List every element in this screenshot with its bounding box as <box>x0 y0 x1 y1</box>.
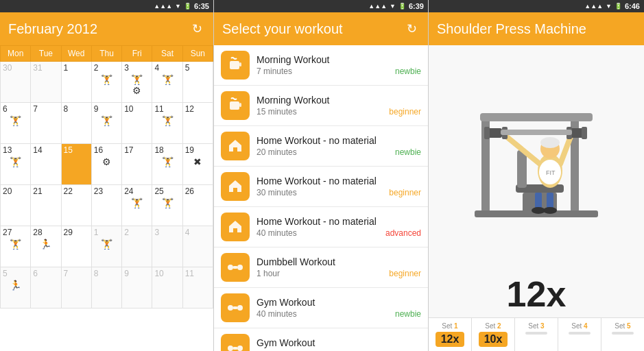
calendar-day-cell[interactable]: 31 <box>31 62 61 103</box>
calendar-day-cell[interactable]: 3 <box>152 226 182 267</box>
calendar-workout-icon: ⚙ <box>94 156 119 167</box>
calendar-workout-icon: 🏋 <box>154 197 180 208</box>
calendar-workout-icon: 🏃 <box>3 280 28 291</box>
svg-point-5 <box>237 265 243 270</box>
calendar-panel: ▲▲▲ ▼ 🔋 6:35 February 2012 ↻ MonTueWedTh… <box>0 0 214 351</box>
calendar-day-cell[interactable]: 9🏋 <box>91 103 121 144</box>
svg-text:FIT: FIT <box>546 169 556 176</box>
calendar-day-cell[interactable]: 25🏋 <box>152 185 182 226</box>
calendar-day-cell[interactable]: 29 <box>61 226 91 267</box>
workout-item-info: Home Workout - no material30 minutesbegi… <box>257 176 421 197</box>
calendar-day-number: 2 <box>124 228 150 237</box>
workout-list-item[interactable]: Home Workout - no material40 minutesadva… <box>214 207 428 247</box>
workout-refresh-icon[interactable]: ↻ <box>403 21 420 37</box>
calendar-day-cell[interactable]: 14 <box>31 144 61 185</box>
calendar-day-cell[interactable]: 10 <box>152 267 182 308</box>
workout-list-item[interactable]: Home Workout - no material30 minutesbegi… <box>214 167 428 207</box>
calendar-weekday-thu: Thu <box>91 46 121 62</box>
wifi-icon-2: ▼ <box>390 3 396 10</box>
calendar-day-cell[interactable]: 2🏋 <box>91 62 121 103</box>
calendar-workout-icon: 🏋 <box>3 156 28 167</box>
set-cell[interactable]: Set 210x <box>472 318 515 351</box>
workout-list-item[interactable]: Morning Workout15 minutesbeginner <box>214 86 428 126</box>
calendar-day-cell[interactable]: 9 <box>122 267 152 308</box>
calendar-day-cell[interactable]: 30 <box>1 62 31 103</box>
calendar-day-cell[interactable]: 22 <box>61 185 91 226</box>
workout-list-item[interactable]: Dumbbell Workout1 hourbeginner <box>214 247 428 288</box>
signal-icon-1: ▲▲▲ <box>154 3 172 10</box>
workout-item-name: Morning Workout <box>257 54 421 65</box>
calendar-workout-icon: 🏋 <box>3 115 28 126</box>
calendar-day-number: 30 <box>3 63 28 73</box>
workout-list-item[interactable]: Morning Workout7 minutesnewbie <box>214 45 428 86</box>
signal-icon-2: ▲▲▲ <box>368 3 387 10</box>
set-cell[interactable]: Set 4 <box>558 318 601 351</box>
calendar-day-cell[interactable]: 12 <box>182 103 213 144</box>
calendar-day-number: 14 <box>33 145 58 155</box>
calendar-day-cell[interactable]: 13🏋 <box>1 144 31 185</box>
calendar-day-cell[interactable]: 1 <box>61 62 91 103</box>
set-value: 12x <box>436 332 465 347</box>
calendar-day-cell[interactable]: 17 <box>122 144 152 185</box>
calendar-workout-icon: 🏋 <box>94 239 119 250</box>
set-cell[interactable]: Set 3 <box>515 318 558 351</box>
calendar-day-cell[interactable]: 5🏃 <box>1 267 31 308</box>
calendar-day-cell[interactable]: 4🏋 <box>152 62 182 103</box>
calendar-day-cell[interactable]: 11 <box>182 267 213 308</box>
calendar-day-cell[interactable]: 10 <box>122 103 152 144</box>
calendar-day-cell[interactable]: 4 <box>182 226 213 267</box>
calendar-day-number: 4 <box>154 63 180 73</box>
workout-item-duration: 40 minutes <box>257 228 297 238</box>
calendar-day-cell[interactable]: 6🏋 <box>1 103 31 144</box>
calendar-day-cell[interactable]: 18🏋 <box>152 144 182 185</box>
calendar-day-cell[interactable]: 20 <box>1 185 31 226</box>
workout-item-name: Gym Workout <box>257 337 421 348</box>
svg-rect-30 <box>501 130 572 135</box>
calendar-day-number: 27 <box>3 228 28 237</box>
set-cell[interactable]: Set 5 <box>601 318 644 351</box>
calendar-day-cell[interactable]: 11🏋 <box>152 103 182 144</box>
svg-point-11 <box>237 346 243 351</box>
set-label: Set 4 <box>571 322 587 330</box>
calendar-day-cell[interactable]: 24🏋 <box>122 185 152 226</box>
calendar-week-row: 13🏋141516⚙1718🏋19✖ <box>1 144 213 185</box>
calendar-day-cell[interactable]: 15 <box>61 144 91 185</box>
calendar-day-cell[interactable]: 26 <box>182 185 213 226</box>
workout-list-item[interactable]: Home Workout - no material20 minutesnewb… <box>214 126 428 167</box>
workout-item-icon <box>221 132 250 160</box>
calendar-day-cell[interactable]: 1🏋 <box>91 226 121 267</box>
calendar-day-number: 1 <box>94 228 119 237</box>
calendar-day-cell[interactable]: 16⚙ <box>91 144 121 185</box>
set-label: Set 3 <box>528 322 544 330</box>
calendar-weekday-sat: Sat <box>152 46 182 62</box>
calendar-day-number: 11 <box>185 269 211 278</box>
calendar-week-row: 303112🏋3🏋⚙4🏋5 <box>1 62 213 103</box>
calendar-day-cell[interactable]: 28🏃 <box>31 226 61 267</box>
calendar-header-row: MonTueWedThuFriSatSun <box>1 46 213 62</box>
calendar-day-cell[interactable]: 3🏋⚙ <box>122 62 152 103</box>
calendar-day-cell[interactable]: 19✖ <box>182 144 213 185</box>
calendar-day-cell[interactable]: 2 <box>122 226 152 267</box>
calendar-day-cell[interactable]: 7 <box>31 103 61 144</box>
calendar-day-cell[interactable]: 23 <box>91 185 121 226</box>
set-cell[interactable]: Set 112x <box>429 318 472 351</box>
calendar-day-number: 8 <box>64 104 89 114</box>
workout-item-meta: 1 hourbeginner <box>257 269 421 278</box>
calendar-day-cell[interactable]: 27🏋 <box>1 226 31 267</box>
calendar-day-cell[interactable]: 8 <box>91 267 121 308</box>
workout-item-level: newbie <box>395 147 421 157</box>
workout-item-level: newbie <box>395 309 421 319</box>
calendar-day-cell[interactable]: 5 <box>182 62 213 103</box>
workout-list-item[interactable]: Gym Workout40 minutesnewbie <box>214 288 428 328</box>
calendar-refresh-icon[interactable]: ↻ <box>189 21 205 37</box>
workout-item-duration: 1 hour <box>257 269 280 278</box>
calendar-day-cell[interactable]: 7 <box>61 267 91 308</box>
svg-rect-12 <box>233 347 237 350</box>
time-3: 6:46 <box>625 2 640 10</box>
workout-list-item[interactable]: Gym Workout1 hourbeginner <box>214 328 428 351</box>
set-label: Set 5 <box>615 322 630 330</box>
calendar-grid: MonTueWedThuFriSatSun 303112🏋3🏋⚙4🏋56🏋789… <box>0 45 213 308</box>
calendar-day-cell[interactable]: 21 <box>31 185 61 226</box>
calendar-day-cell[interactable]: 6 <box>31 267 61 308</box>
calendar-day-cell[interactable]: 8 <box>61 103 91 144</box>
